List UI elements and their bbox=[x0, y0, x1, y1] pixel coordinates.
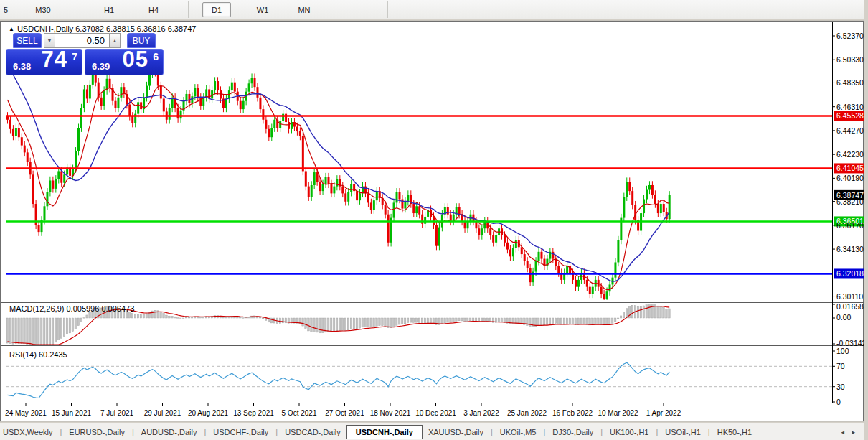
macd-pane: 0.0165860.00-0.031421 bbox=[6, 302, 864, 347]
svg-text:6.38747: 6.38747 bbox=[836, 191, 864, 200]
svg-text:10 Mar 2022: 10 Mar 2022 bbox=[598, 409, 638, 417]
svg-text:0: 0 bbox=[836, 398, 841, 406]
timeframe-button-5[interactable]: 5 bbox=[0, 2, 11, 17]
toolbar-separator bbox=[188, 1, 189, 18]
ma-slow-line bbox=[8, 62, 670, 281]
svg-text:25 Jan 2022: 25 Jan 2022 bbox=[507, 409, 547, 417]
svg-text:6.30110: 6.30110 bbox=[836, 292, 863, 301]
candles-layer bbox=[6, 60, 671, 300]
macd-indicator-label: MACD(12,26,9) 0.005996 0.006473 bbox=[9, 304, 134, 313]
svg-text:6.52370: 6.52370 bbox=[836, 32, 864, 40]
tab-separator: | bbox=[55, 428, 66, 436]
rsi-pane: 10070300 bbox=[6, 347, 849, 406]
tab-separator: | bbox=[651, 428, 662, 436]
volume-input[interactable] bbox=[55, 33, 109, 48]
chart-tab-dj30-daily[interactable]: DJ30-,Daily bbox=[549, 426, 596, 439]
buy-price-pip: 6 bbox=[153, 51, 159, 62]
tab-scroll-arrows[interactable]: ◂ ▸ bbox=[841, 429, 858, 436]
chart-tab-hk50-h1[interactable]: HK50-,H1 bbox=[714, 426, 755, 439]
rsi-line bbox=[8, 362, 670, 398]
sell-price-pip: 7 bbox=[72, 51, 77, 62]
price-axis-layer: 6.455286.410456.365016.320186.523706.503… bbox=[832, 32, 864, 301]
tab-separator: | bbox=[539, 428, 549, 436]
svg-text:24 May 2021: 24 May 2021 bbox=[5, 409, 47, 417]
chart-tab-xauusd-daily[interactable]: XAUUSD-,Daily bbox=[425, 426, 486, 439]
svg-text:29 Jul 2021: 29 Jul 2021 bbox=[144, 409, 181, 417]
chart-tab-usdchf-daily[interactable]: USDCHF-,Daily bbox=[210, 426, 271, 439]
chart-tab-bar: USDX,Weekly|EURUSD-,Daily|AUDUSD-,Daily|… bbox=[0, 423, 864, 440]
date-axis-layer: 24 May 202115 Jun 20217 Jul 202129 Jul 2… bbox=[5, 403, 681, 417]
tab-separator: | bbox=[199, 428, 210, 436]
svg-text:6.42230: 6.42230 bbox=[836, 150, 864, 159]
svg-text:6.50330: 6.50330 bbox=[836, 55, 864, 64]
symbol-ohlc-text: USDCNH-,Daily 6.37082 6.38815 6.36816 6.… bbox=[17, 24, 197, 33]
svg-text:7 Jul 2021: 7 Jul 2021 bbox=[100, 409, 134, 417]
svg-text:6.45528: 6.45528 bbox=[836, 111, 864, 120]
chart-symbol-header: ▲USDCNH-,Daily 6.37082 6.38815 6.36816 6… bbox=[9, 24, 196, 33]
svg-text:6.36170: 6.36170 bbox=[836, 221, 864, 230]
sell-price-prefix: 6.38 bbox=[13, 61, 31, 72]
svg-text:6.41045: 6.41045 bbox=[836, 164, 864, 172]
svg-text:27 Oct 2021: 27 Oct 2021 bbox=[325, 409, 364, 417]
buy-price-box[interactable]: 6.39 05 6 bbox=[85, 49, 164, 75]
chart-tab-usdcad-daily[interactable]: USDCAD-,Daily bbox=[282, 426, 344, 439]
svg-text:0.016586: 0.016586 bbox=[836, 302, 864, 311]
moving-averages-layer bbox=[8, 62, 670, 290]
svg-text:6.40190: 6.40190 bbox=[836, 174, 864, 182]
chart-tab-usoil-h1[interactable]: USOil-,H1 bbox=[662, 426, 704, 439]
rsi-indicator-label: RSI(14) 60.2435 bbox=[9, 350, 67, 359]
chart-tab-eurusd-daily[interactable]: EURUSD-,Daily bbox=[66, 426, 128, 439]
chart-tab-usdx-weekly[interactable]: USDX,Weekly bbox=[0, 426, 55, 439]
svg-text:20 Aug 2021: 20 Aug 2021 bbox=[188, 409, 229, 417]
collapse-triangle-icon[interactable]: ▲ bbox=[9, 26, 14, 32]
chart-tab-usdcnh-daily[interactable]: USDCNH-,Daily bbox=[346, 425, 423, 439]
svg-text:6.34130: 6.34130 bbox=[836, 245, 864, 253]
svg-text:30: 30 bbox=[836, 383, 845, 391]
svg-text:100: 100 bbox=[836, 347, 849, 355]
svg-text:0.00: 0.00 bbox=[836, 313, 852, 322]
svg-text:16 Feb 2022: 16 Feb 2022 bbox=[552, 409, 593, 417]
buy-price-prefix: 6.39 bbox=[92, 61, 110, 72]
svg-text:10 Dec 2021: 10 Dec 2021 bbox=[415, 409, 456, 417]
svg-text:15 Jun 2021: 15 Jun 2021 bbox=[52, 409, 91, 417]
svg-text:18 Nov 2021: 18 Nov 2021 bbox=[370, 409, 411, 417]
volume-decrease-button[interactable]: ▼ bbox=[44, 33, 55, 48]
timeframe-button-w1[interactable]: W1 bbox=[248, 2, 277, 17]
tab-separator: | bbox=[486, 428, 497, 436]
sell-button[interactable]: SELL bbox=[13, 33, 42, 48]
sell-price-box[interactable]: 6.38 74 7 bbox=[6, 49, 82, 75]
svg-text:6.48350: 6.48350 bbox=[836, 78, 864, 87]
one-click-trade-panel: SELL ▼ ▲ BUY 6.38 74 7 6.39 05 6 bbox=[6, 33, 164, 75]
toolbar-separator bbox=[387, 1, 388, 18]
timeframe-button-mn[interactable]: MN bbox=[290, 2, 319, 17]
timeframe-toolbar: 5M30H1H4D1W1MN bbox=[0, 0, 868, 19]
tab-separator: | bbox=[271, 428, 282, 436]
buy-button[interactable]: BUY bbox=[127, 33, 156, 48]
svg-text:70: 70 bbox=[836, 362, 845, 370]
svg-text:13 Sep 2021: 13 Sep 2021 bbox=[233, 409, 274, 417]
timeframe-button-h4[interactable]: H4 bbox=[141, 2, 166, 17]
timeframe-button-m30[interactable]: M30 bbox=[29, 2, 57, 17]
tab-separator: | bbox=[704, 428, 714, 436]
timeframe-button-h1[interactable]: H1 bbox=[96, 2, 122, 17]
svg-text:6.32018: 6.32018 bbox=[836, 269, 864, 278]
svg-text:3 Jan 2022: 3 Jan 2022 bbox=[463, 409, 499, 417]
chart-tab-uk100-h1[interactable]: UK100-,H1 bbox=[607, 426, 651, 439]
volume-increase-button[interactable]: ▲ bbox=[109, 33, 121, 48]
window-edge-strip bbox=[864, 0, 868, 440]
horizontal-levels-layer bbox=[6, 116, 832, 273]
sell-price-main: 74 bbox=[42, 47, 67, 72]
buy-price-main: 05 bbox=[123, 47, 148, 72]
svg-text:6.46310: 6.46310 bbox=[836, 103, 864, 111]
svg-text:6.44270: 6.44270 bbox=[836, 126, 864, 135]
timeframe-button-d1[interactable]: D1 bbox=[202, 2, 231, 17]
svg-text:1 Apr 2022: 1 Apr 2022 bbox=[646, 409, 681, 417]
tab-separator: | bbox=[596, 428, 607, 436]
chart-tab-ukoil-m5[interactable]: UKOil-,M5 bbox=[497, 426, 539, 439]
tab-separator: | bbox=[128, 428, 138, 436]
svg-text:5 Oct 2021: 5 Oct 2021 bbox=[282, 409, 317, 417]
chart-tab-audusd-daily[interactable]: AUDUSD-,Daily bbox=[138, 426, 200, 439]
price-chart[interactable]: 6.455286.410456.365016.320186.523706.503… bbox=[0, 21, 864, 421]
